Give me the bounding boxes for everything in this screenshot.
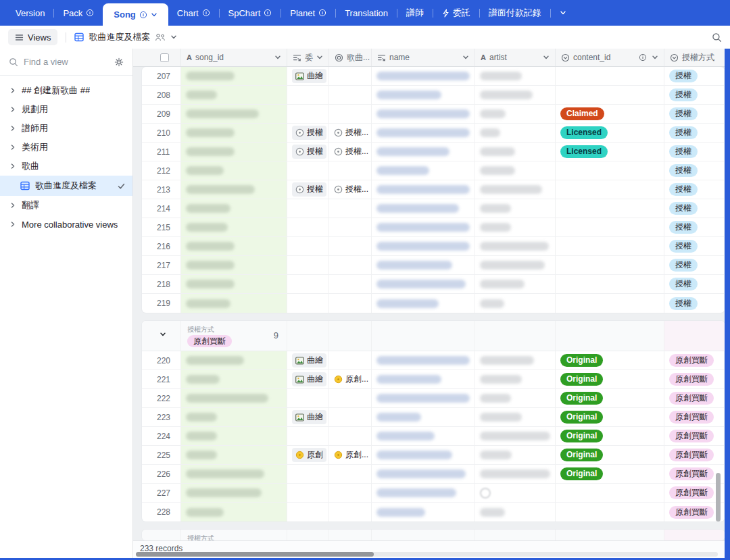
cell-artist[interactable] <box>475 465 556 483</box>
cell-commission[interactable] <box>287 503 329 521</box>
find-view-search[interactable]: Find a view <box>0 49 132 76</box>
cell-song-id[interactable] <box>181 105 287 123</box>
cell-artist[interactable] <box>475 389 556 407</box>
cell-license-type[interactable]: 授權 <box>664 218 725 236</box>
cell-license-type[interactable]: 授權 <box>664 67 725 85</box>
sidebar-item-翻譯[interactable]: 翻譯 <box>0 196 132 215</box>
cell-song-id[interactable] <box>181 256 287 274</box>
chevron-down-icon[interactable] <box>543 54 550 61</box>
cell-license-type[interactable]: 授權 <box>664 199 725 218</box>
group-header-row[interactable]: 授權方式原創買斷9 <box>142 321 725 351</box>
cell-song-link[interactable] <box>329 105 372 123</box>
cell-artist[interactable] <box>475 124 556 142</box>
cell-song-link[interactable] <box>329 86 372 104</box>
cell-content-id[interactable]: Original <box>556 446 664 464</box>
tab-譜面付款記錄[interactable]: 譜面付款記錄 <box>480 0 550 26</box>
linked-record-chip[interactable]: 授權... <box>334 127 368 138</box>
cell-license-type[interactable]: 授權 <box>664 161 725 180</box>
chevron-down-icon[interactable] <box>462 54 469 61</box>
cell-name[interactable] <box>372 105 475 123</box>
cell-song-id[interactable] <box>181 275 287 293</box>
linked-record-chip[interactable]: 授權 <box>292 126 326 140</box>
linked-record-chip[interactable]: 曲繪 <box>292 410 326 424</box>
column-header-artist[interactable]: Aartist <box>475 49 556 66</box>
cell-license-type[interactable]: 原創買斷 <box>664 408 725 426</box>
table-row[interactable]: 211授權授權...Licensed授權 <box>142 143 725 161</box>
cell-song-link[interactable]: 原創... <box>329 446 372 464</box>
column-header-授權方式[interactable]: 授權方式 <box>664 49 725 66</box>
column-header-content_id[interactable]: content_id <box>556 49 664 66</box>
cell-song-id[interactable] <box>181 237 287 255</box>
cell-song-link[interactable]: 原創... <box>329 370 372 388</box>
gear-icon[interactable] <box>114 57 124 67</box>
cell-content-id[interactable] <box>556 256 664 274</box>
tab-SpChart[interactable]: SpChart <box>220 0 281 26</box>
cell-name[interactable] <box>372 180 475 199</box>
cell-song-id[interactable] <box>181 67 287 85</box>
cell-song-link[interactable] <box>329 275 372 293</box>
cell-song-link[interactable] <box>329 427 372 445</box>
cell-content-id[interactable] <box>556 199 664 218</box>
cell-song-id[interactable] <box>181 161 287 180</box>
cell-license-type[interactable]: 授權 <box>664 294 725 313</box>
cell-artist[interactable] <box>475 370 556 388</box>
table-row[interactable]: 208授權 <box>142 86 725 105</box>
cell-commission[interactable] <box>287 105 329 123</box>
table-row[interactable]: 221曲繪原創...Original原創買斷 <box>142 370 725 389</box>
cell-song-link[interactable] <box>329 256 372 274</box>
table-row[interactable]: 214授權 <box>142 199 725 218</box>
cell-artist[interactable] <box>475 275 556 293</box>
tab-委託[interactable]: 委託 <box>433 0 479 26</box>
tab-Planet[interactable]: Planet <box>281 0 335 26</box>
cell-song-id[interactable] <box>181 294 287 313</box>
cell-license-type[interactable]: 原創買斷 <box>664 389 725 407</box>
table-row[interactable]: 225原創原創...Original原創買斷 <box>142 446 725 465</box>
cell-name[interactable] <box>372 237 475 255</box>
cell-license-type[interactable]: 授權 <box>664 275 725 293</box>
cell-name[interactable] <box>372 86 475 104</box>
cell-commission[interactable]: 授權 <box>287 124 329 142</box>
chevron-down-icon[interactable] <box>316 54 323 61</box>
cell-content-id[interactable]: Original <box>556 370 664 388</box>
linked-record-chip[interactable]: 原創... <box>334 374 368 385</box>
cell-song-id[interactable] <box>181 218 287 236</box>
vertical-scrollbar[interactable] <box>716 473 721 521</box>
cell-license-type[interactable]: 原創買斷 <box>664 427 725 445</box>
cell-name[interactable] <box>372 218 475 236</box>
table-row[interactable]: 209Claimed授權 <box>142 105 725 124</box>
cell-content-id[interactable] <box>556 503 664 521</box>
cell-commission[interactable]: 曲繪 <box>287 67 329 85</box>
cell-license-type[interactable]: 授權 <box>664 143 725 161</box>
cell-name[interactable] <box>372 351 475 370</box>
cell-name[interactable] <box>372 503 475 521</box>
cell-content-id[interactable] <box>556 275 664 293</box>
cell-song-link[interactable] <box>329 465 372 483</box>
cell-song-id[interactable] <box>181 143 287 161</box>
cell-artist[interactable] <box>475 484 556 502</box>
table-row[interactable]: 217授權 <box>142 256 725 275</box>
table-row[interactable]: 207曲繪授權 <box>142 67 725 86</box>
table-row[interactable]: 210授權授權...Licensed授權 <box>142 124 725 143</box>
table-row[interactable]: 213授權授權...授權 <box>142 180 725 199</box>
linked-record-chip[interactable]: 授權... <box>334 184 368 195</box>
cell-artist[interactable] <box>475 503 556 521</box>
table-row[interactable]: 220曲繪Original原創買斷 <box>142 351 725 370</box>
chevron-down-icon[interactable] <box>652 54 658 61</box>
cell-commission[interactable]: 曲繪 <box>287 351 329 370</box>
cell-song-id[interactable] <box>181 446 287 464</box>
linked-record-chip[interactable]: 曲繪 <box>292 353 326 367</box>
cell-name[interactable] <box>372 124 475 142</box>
tab-Translation[interactable]: Translation <box>336 0 397 26</box>
cell-song-link[interactable] <box>329 199 372 218</box>
linked-record-chip[interactable]: 原創... <box>334 449 368 461</box>
column-header-song_id[interactable]: Asong_id <box>181 49 287 66</box>
tab-Chart[interactable]: Chart <box>168 0 219 26</box>
cell-artist[interactable] <box>475 294 556 313</box>
cell-content-id[interactable]: Original <box>556 389 664 407</box>
cell-song-id[interactable] <box>181 370 287 388</box>
table-row[interactable]: 226Original原創買斷 <box>142 465 725 484</box>
tab-Pack[interactable]: Pack <box>54 0 103 26</box>
cell-song-id[interactable] <box>181 199 287 218</box>
cell-name[interactable] <box>372 408 475 426</box>
cell-commission[interactable] <box>287 218 329 236</box>
